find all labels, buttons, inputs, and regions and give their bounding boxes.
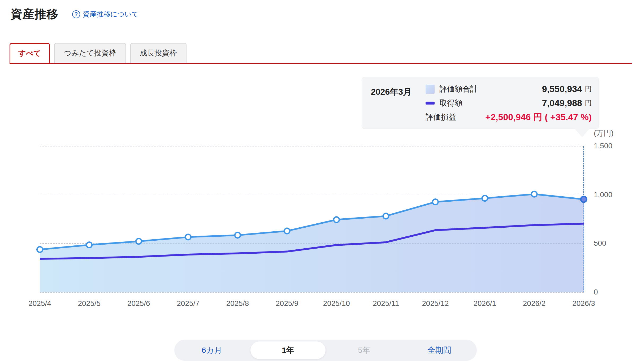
- valuation-line: [40, 194, 584, 250]
- gridline: [40, 292, 584, 293]
- asset-chart[interactable]: (万円) 05001,0001,500 2025/42025/52025/620…: [0, 0, 641, 364]
- x-tick-label: 2026/3: [560, 299, 608, 308]
- x-tick-label: 2025/12: [412, 299, 459, 308]
- data-point-marker[interactable]: [284, 228, 290, 234]
- period-1year[interactable]: 1年: [250, 341, 326, 359]
- valuation-swatch: [426, 82, 439, 96]
- acquisition-swatch: [426, 96, 439, 110]
- x-tick-label: 2025/6: [115, 299, 163, 308]
- gridline: [40, 243, 584, 244]
- gridline: [40, 146, 584, 146]
- valuation-value: 9,550,934円: [485, 82, 592, 96]
- y-axis-unit-label: (万円): [594, 128, 614, 138]
- period-6months[interactable]: 6カ月: [174, 341, 249, 359]
- tooltip-arrow: [575, 129, 590, 137]
- data-point-marker[interactable]: [334, 217, 339, 223]
- x-tick-label: 2025/11: [362, 299, 410, 308]
- asset-transition-page: 資産推移 ? 資産推移について すべて つみたて投資枠 成長投資枠 (万円) 0…: [0, 0, 641, 364]
- profit-value: +2,500,946 円 ( +35.47 %): [485, 110, 592, 124]
- valuation-label: 評価額合計: [439, 82, 485, 96]
- acquisition-line: [40, 224, 584, 259]
- x-tick-label: 2025/8: [214, 299, 261, 308]
- data-point-marker[interactable]: [37, 247, 43, 252]
- data-point-marker[interactable]: [185, 234, 191, 240]
- tooltip-date: 2026年3月: [371, 86, 412, 98]
- y-tick-label: 0: [594, 288, 598, 296]
- x-tick-label: 2025/5: [65, 299, 113, 308]
- data-point-marker[interactable]: [383, 213, 389, 219]
- data-point-marker[interactable]: [235, 232, 240, 238]
- period-selector: 6カ月 1年 5年 全期間: [174, 340, 477, 361]
- area-swatch-icon: [426, 85, 435, 94]
- profit-label: 評価損益: [426, 110, 485, 124]
- x-tick-label: 2025/4: [16, 299, 64, 308]
- highlight-vline: [583, 146, 584, 292]
- data-point-marker[interactable]: [432, 199, 438, 205]
- chart-tooltip: 2026年3月 評価額合計 9,550,934円 取得額 7,049,988円 …: [362, 77, 599, 129]
- x-tick-label: 2025/10: [313, 299, 360, 308]
- x-tick-label: 2026/1: [461, 299, 509, 308]
- period-5years: 5年: [327, 341, 402, 359]
- chart-canvas: [0, 0, 641, 364]
- gridline: [40, 195, 584, 195]
- x-tick-label: 2025/7: [164, 299, 212, 308]
- data-point-marker[interactable]: [86, 242, 92, 248]
- y-tick-label: 1,000: [594, 190, 612, 199]
- data-point-marker[interactable]: [482, 196, 488, 201]
- x-tick-label: 2026/2: [510, 299, 558, 308]
- y-tick-label: 1,500: [594, 142, 612, 150]
- line-swatch-icon: [426, 102, 435, 105]
- data-point-marker[interactable]: [531, 191, 537, 197]
- x-tick-label: 2025/9: [263, 299, 311, 308]
- period-all[interactable]: 全期間: [402, 341, 477, 359]
- y-tick-label: 500: [594, 239, 606, 248]
- acquisition-label: 取得額: [439, 96, 485, 110]
- acquisition-value: 7,049,988円: [485, 96, 592, 110]
